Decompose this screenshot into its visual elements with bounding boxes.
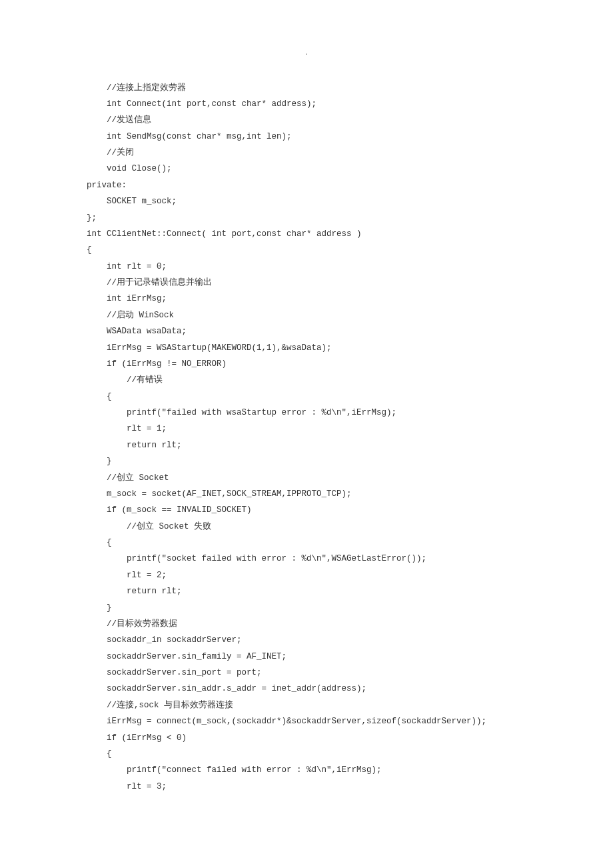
code-block: //连接上指定效劳器 int Connect(int port,const ch…	[0, 80, 613, 795]
code-line: int iErrMsg;	[87, 291, 613, 307]
code-line: //目标效劳器数据	[87, 616, 613, 632]
code-line: return rlt;	[87, 437, 613, 453]
code-line: //连接上指定效劳器	[87, 80, 613, 96]
code-line: }	[87, 600, 613, 616]
code-line: sockaddrServer.sin_family = AF_INET;	[87, 649, 613, 665]
code-line: sockaddrServer.sin_addr.s_addr = inet_ad…	[87, 681, 613, 697]
code-line: //关闭	[87, 145, 613, 161]
code-line: {	[87, 242, 613, 258]
code-line: int Connect(int port,const char* address…	[87, 96, 613, 112]
code-line: int rlt = 0;	[87, 259, 613, 275]
code-line: iErrMsg = WSAStartup(MAKEWORD(1,1),&wsaD…	[87, 340, 613, 356]
code-line: printf("socket failed with error : %d\n"…	[87, 551, 613, 567]
header-dot: .	[0, 47, 613, 60]
code-line: m_sock = socket(AF_INET,SOCK_STREAM,IPPR…	[87, 486, 613, 502]
code-line: //用于记录错误信息并输出	[87, 275, 613, 291]
code-line: {	[87, 535, 613, 551]
code-line: int CClientNet::Connect( int port,const …	[87, 226, 613, 242]
code-line: //创立 Socket 失败	[87, 519, 613, 535]
code-line: rlt = 3;	[87, 779, 613, 795]
code-line: printf("connect failed with error : %d\n…	[87, 762, 613, 778]
code-line: //启动 WinSock	[87, 307, 613, 323]
code-line: //发送信息	[87, 112, 613, 128]
code-line: if (iErrMsg != NO_ERROR)	[87, 356, 613, 372]
code-line: return rlt;	[87, 583, 613, 599]
code-line: rlt = 2;	[87, 567, 613, 583]
code-line: private:	[87, 177, 613, 193]
code-line: //创立 Socket	[87, 470, 613, 486]
code-line: }	[87, 453, 613, 469]
document-page: . //连接上指定效劳器 int Connect(int port,const …	[0, 0, 613, 868]
code-line: iErrMsg = connect(m_sock,(sockaddr*)&soc…	[87, 713, 613, 729]
code-line: if (iErrMsg < 0)	[87, 730, 613, 746]
code-line: {	[87, 389, 613, 405]
code-line: if (m_sock == INVALID_SOCKET)	[87, 502, 613, 518]
code-line: WSAData wsaData;	[87, 323, 613, 339]
code-line: sockaddrServer.sin_port = port;	[87, 665, 613, 681]
code-line: {	[87, 746, 613, 762]
code-line: //有错误	[87, 372, 613, 388]
code-line: sockaddr_in sockaddrServer;	[87, 632, 613, 648]
code-line: };	[87, 210, 613, 226]
code-line: rlt = 1;	[87, 421, 613, 437]
code-line: //连接,sock 与目标效劳器连接	[87, 697, 613, 713]
code-line: printf("failed with wsaStartup error : %…	[87, 405, 613, 421]
code-line: int SendMsg(const char* msg,int len);	[87, 129, 613, 145]
code-line: SOCKET m_sock;	[87, 193, 613, 209]
code-line: void Close();	[87, 161, 613, 177]
